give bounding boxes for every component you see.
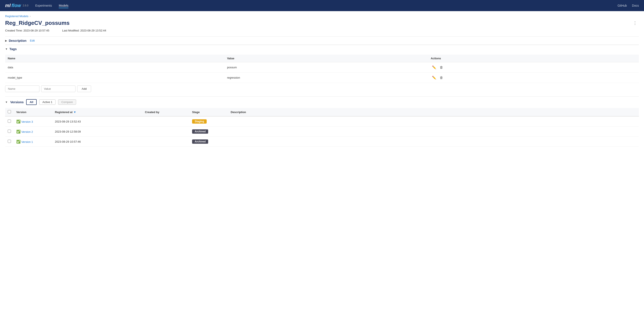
meta-row: Created Time: 2023-08-29 10:57:45 Last M… <box>5 29 639 32</box>
stage-badge: Archived <box>192 139 208 144</box>
tags-section-header[interactable]: ▼ Tags <box>5 45 639 53</box>
tag-name: model_type <box>5 73 224 83</box>
description-chevron: ▶ <box>5 39 7 42</box>
edit-tag-button[interactable]: ✏️ <box>431 65 438 70</box>
tag-name: data <box>5 62 224 73</box>
filter-active-button[interactable]: Active 1 <box>39 99 56 105</box>
stage-cell: Archived <box>190 137 228 147</box>
modified-time: Last Modified: 2023-08-29 13:52:44 <box>62 29 106 32</box>
github-link[interactable]: GitHub <box>618 4 627 7</box>
description-title: Description <box>9 39 26 42</box>
docs-link[interactable]: Docs <box>632 4 639 7</box>
compare-button[interactable]: Compare <box>58 99 76 105</box>
registered-cell: 2023-08-29 10:57:46 <box>52 137 142 147</box>
breadcrumb-separator: › <box>30 14 30 18</box>
created-label: Created Time: <box>5 29 23 32</box>
versions-table-header-row: Version Registered at ▼ Created by Stage… <box>5 108 639 116</box>
version-cell: ✅ Version 1 <box>14 137 52 147</box>
tags-title: Tags <box>10 47 17 51</box>
col-registered-header: Registered at ▼ <box>52 108 142 116</box>
add-tag-name-input[interactable] <box>5 85 40 92</box>
more-options-button[interactable]: ⋮ <box>631 19 639 26</box>
createdby-cell <box>142 137 190 147</box>
logo-flow: flow <box>12 3 21 8</box>
description-section-header[interactable]: ▶ Description Edit <box>5 36 639 44</box>
version-link[interactable]: Version 1 <box>22 140 33 143</box>
edit-tag-button[interactable]: ✏️ <box>431 75 438 80</box>
logo-version: 2.6.0 <box>23 4 28 7</box>
table-row: ✅ Version 1 2023-08-29 10:57:46 Archived <box>5 137 639 147</box>
col-stage-header: Stage <box>190 108 228 116</box>
version-link[interactable]: Version 3 <box>22 120 33 123</box>
add-tag-value-input[interactable] <box>41 85 76 92</box>
col-description-header: Description <box>228 108 639 116</box>
page-title: Reg_RidgeCV_possums <box>5 20 70 26</box>
filter-all-button[interactable]: All <box>26 99 37 105</box>
createdby-cell <box>142 116 190 127</box>
table-row: data possum ✏️ 🗑 <box>5 62 639 73</box>
table-row: model_type regression ✏️ 🗑 <box>5 73 639 83</box>
nav-models[interactable]: Models <box>59 3 68 8</box>
tags-table: Name Value Actions data possum ✏️ 🗑 mode… <box>5 55 639 83</box>
col-value-header: Value <box>224 55 428 62</box>
select-all-checkbox[interactable] <box>8 110 11 113</box>
modified-label: Last Modified: <box>62 29 80 32</box>
navbar-logo: mlflow 2.6.0 <box>5 3 28 8</box>
created-time: Created Time: 2023-08-29 10:57:45 <box>5 29 49 32</box>
col-version-header: Version <box>14 108 52 116</box>
stage-cell: Archived <box>190 127 228 137</box>
check-icon: ✅ <box>16 140 20 143</box>
navbar: mlflow 2.6.0 Experiments Models GitHub D… <box>0 0 644 11</box>
description-edit-link[interactable]: Edit <box>30 39 35 42</box>
tag-value: regression <box>224 73 428 83</box>
version-cell: ✅ Version 3 <box>14 116 52 127</box>
versions-chevron: ▼ <box>5 101 8 104</box>
page-content: Registered Models › Reg_RidgeCV_possums … <box>0 11 644 150</box>
version-link[interactable]: Version 2 <box>22 130 33 133</box>
stage-badge: Archived <box>192 129 208 134</box>
tags-table-header-row: Name Value Actions <box>5 55 639 62</box>
registered-cell: 2023-08-29 13:52:43 <box>52 116 142 127</box>
modified-value: 2023-08-29 13:52:44 <box>80 29 106 32</box>
tag-actions: ✏️ 🗑 <box>428 73 639 83</box>
col-createdby-header: Created by <box>142 108 190 116</box>
versions-title: Versions <box>10 100 24 104</box>
versions-section: ▼ Versions All Active 1 Compare Version … <box>5 96 639 147</box>
sort-arrow-icon: ▼ <box>73 110 76 114</box>
nav-experiments[interactable]: Experiments <box>35 3 52 8</box>
description-cell <box>228 137 639 147</box>
description-cell <box>228 127 639 137</box>
navbar-right: GitHub Docs <box>618 4 639 7</box>
tag-value: possum <box>224 62 428 73</box>
check-icon: ✅ <box>16 120 20 123</box>
description-cell <box>228 116 639 127</box>
versions-header: ▼ Versions All Active 1 Compare <box>5 96 639 107</box>
delete-tag-button[interactable]: 🗑 <box>438 65 444 70</box>
add-tag-button[interactable]: Add <box>77 85 91 92</box>
tags-section: ▼ Tags Name Value Actions data possum ✏️… <box>5 44 639 92</box>
delete-tag-button[interactable]: 🗑 <box>438 75 444 80</box>
created-value: 2023-08-29 10:57:45 <box>23 29 49 32</box>
versions-table: Version Registered at ▼ Created by Stage… <box>5 108 639 147</box>
navbar-left: mlflow 2.6.0 Experiments Models <box>5 3 68 8</box>
col-checkbox-header <box>5 108 14 116</box>
table-row: ✅ Version 3 2023-08-29 13:52:43 Staging <box>5 116 639 127</box>
row-checkbox-cell <box>5 127 14 137</box>
row-checkbox-cell <box>5 137 14 147</box>
row-checkbox-cell <box>5 116 14 127</box>
logo-ml: ml <box>5 3 11 8</box>
add-tag-row: Add <box>5 85 639 92</box>
createdby-cell <box>142 127 190 137</box>
tags-chevron: ▼ <box>5 47 8 50</box>
row-checkbox[interactable] <box>8 140 11 143</box>
version-cell: ✅ Version 2 <box>14 127 52 137</box>
breadcrumb: Registered Models › <box>5 14 639 18</box>
row-checkbox[interactable] <box>8 130 11 133</box>
table-row: ✅ Version 2 2023-08-29 12:58:09 Archived <box>5 127 639 137</box>
registered-cell: 2023-08-29 12:58:09 <box>52 127 142 137</box>
page-title-row: Reg_RidgeCV_possums ⋮ <box>5 19 639 26</box>
stage-cell: Staging <box>190 116 228 127</box>
stage-badge: Staging <box>192 119 207 124</box>
breadcrumb-parent[interactable]: Registered Models <box>5 14 28 18</box>
row-checkbox[interactable] <box>8 119 11 123</box>
